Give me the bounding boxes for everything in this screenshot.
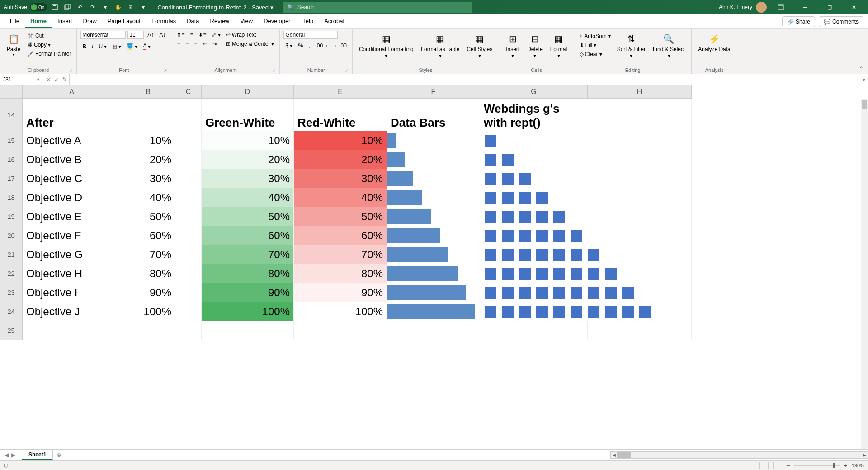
tab-page-layout[interactable]: Page Layout [102,15,146,28]
format-painter-button[interactable]: 🖌️Format Painter [25,50,73,58]
cell-percent[interactable]: 50% [121,207,175,226]
cell-objective[interactable]: Objective A [23,131,121,150]
column-header-E[interactable]: E [294,85,387,99]
tab-acrobat[interactable]: Acrobat [319,15,350,28]
redo-icon[interactable]: ↷ [88,2,98,12]
close-button[interactable]: ✕ [844,0,864,14]
cell-red-scale[interactable]: 30% [294,169,387,188]
column-header-C[interactable]: C [175,85,202,99]
cell-green-scale[interactable]: 40% [202,188,294,207]
cell[interactable] [480,321,588,340]
expand-formula-bar-icon[interactable]: ▾ [859,74,868,85]
scroll-left-icon[interactable]: ◀ [611,452,617,458]
percent-icon[interactable]: % [297,42,305,50]
cell-webdings[interactable] [480,245,692,264]
cell[interactable] [121,321,175,340]
align-center-icon[interactable]: ≡ [184,40,190,48]
font-name-input[interactable] [80,31,126,39]
cell[interactable] [175,226,202,245]
cell-red-scale[interactable]: 20% [294,150,387,169]
cell[interactable] [387,321,480,340]
cell-red-scale[interactable]: 80% [294,264,387,283]
maximize-button[interactable]: ▢ [819,0,840,14]
fill-button[interactable]: ⬇ Fill ▾ [578,41,613,49]
align-top-icon[interactable]: ⬆≡ [175,31,186,39]
tab-review[interactable]: Review [205,15,235,28]
column-header-A[interactable]: A [23,85,121,99]
cell-data-bar[interactable] [387,150,480,169]
cell-green-scale[interactable]: 20% [202,150,294,169]
row-header[interactable]: 24 [0,302,23,321]
collapse-ribbon-icon[interactable]: ⌃ [854,64,868,74]
cell-green-scale[interactable]: 80% [202,264,294,283]
cell-red-scale[interactable]: 40% [294,188,387,207]
find-select-button[interactable]: 🔍Find & Select ▾ [650,31,688,60]
cell-webdings[interactable] [480,264,692,283]
cell-webdings[interactable] [480,226,692,245]
document-title[interactable]: Conditional-Formatting-to-Retire-2 - Sav… [157,4,273,11]
currency-icon[interactable]: $ ▾ [283,42,294,50]
cell-webdings[interactable] [480,150,692,169]
enter-formula-icon[interactable]: ✓ [54,76,59,83]
align-bottom-icon[interactable]: ⬇≡ [197,31,208,39]
add-sheet-button[interactable]: ⊕ [53,452,65,458]
page-layout-view-icon[interactable] [760,462,769,469]
cell-webdings[interactable] [480,207,692,226]
horizontal-scrollbar[interactable]: ◀ ▶ [610,451,868,459]
zoom-level[interactable]: 190% [852,463,864,468]
fill-color-button[interactable]: 🪣 ▾ [125,42,139,51]
format-cells-button[interactable]: ▦Format ▾ [547,31,570,60]
cell[interactable] [588,321,692,340]
cell-webdings[interactable] [480,283,692,302]
cell-data-bar[interactable] [387,226,480,245]
wrap-text-button[interactable]: ↩ Wrap Text [224,31,276,39]
zoom-in-icon[interactable]: + [844,463,847,468]
cell-percent[interactable]: 80% [121,264,175,283]
row-header[interactable]: 22 [0,264,23,283]
format-as-table-button[interactable]: ▦Format as Table ▾ [418,31,462,60]
decrease-font-icon[interactable]: A↓ [157,31,167,39]
cell-red-scale[interactable]: 10% [294,131,387,150]
tab-view[interactable]: View [235,15,258,28]
tab-developer[interactable]: Developer [258,15,296,28]
cell-styles-button[interactable]: ▦Cell Styles ▾ [464,31,495,60]
cell-data-bar[interactable] [387,169,480,188]
tab-file[interactable]: File [5,15,25,28]
cell-header-red[interactable]: Red-White [294,99,387,131]
cell-data-bar[interactable] [387,188,480,207]
minimize-button[interactable]: ─ [795,0,816,14]
cell-green-scale[interactable]: 90% [202,283,294,302]
cell-webdings[interactable] [480,188,692,207]
align-middle-icon[interactable]: ≡ [188,31,195,39]
cell-data-bar[interactable] [387,283,480,302]
sheet-nav-next-icon[interactable]: ▶ [11,452,15,458]
bold-button[interactable]: B [80,43,88,51]
decrease-indent-icon[interactable]: ⇤ [201,40,209,48]
sort-filter-button[interactable]: ⇅Sort & Filter ▾ [614,31,648,60]
vertical-scrollbar[interactable] [861,99,868,449]
cell-percent[interactable]: 60% [121,226,175,245]
row-header[interactable]: 14 [0,99,23,131]
font-size-input[interactable] [127,31,144,39]
tab-insert[interactable]: Insert [52,15,78,28]
cell-webdings[interactable] [480,302,692,321]
name-box[interactable]: J31▼ [0,74,43,85]
increase-decimal-icon[interactable]: .00→ [314,42,330,50]
cell[interactable] [175,321,202,340]
cell-objective[interactable]: Objective F [23,226,121,245]
comma-icon[interactable]: , [307,42,311,50]
normal-view-icon[interactable] [746,462,755,469]
comments-button[interactable]: 💬 Comments [819,16,863,27]
italic-button[interactable]: I [90,43,95,51]
copy-button[interactable]: 🗐Copy ▾ [25,41,73,49]
cell-webdings[interactable] [480,131,692,150]
new-file-icon[interactable]: 🗎 [126,2,136,12]
underline-button[interactable]: U ▾ [97,43,108,51]
cell[interactable] [294,321,387,340]
cell-green-scale[interactable]: 30% [202,169,294,188]
conditional-formatting-button[interactable]: ▦Conditional Formatting ▾ [356,31,416,60]
row-header[interactable]: 18 [0,188,23,207]
cell-percent[interactable]: 20% [121,150,175,169]
tab-draw[interactable]: Draw [78,15,102,28]
row-header[interactable]: 25 [0,321,23,340]
